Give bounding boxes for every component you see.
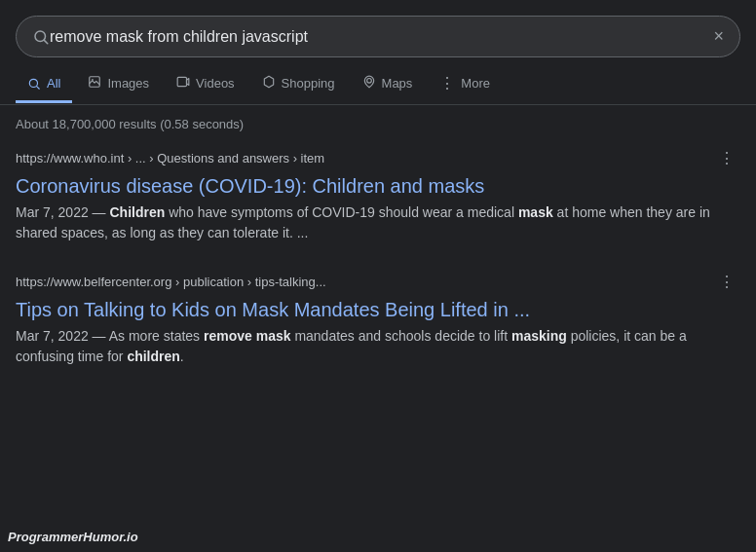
result-date: Mar 7, 2022 [16, 328, 89, 344]
search-icon [32, 28, 50, 46]
tab-shopping[interactable]: Shopping [250, 65, 347, 104]
tab-all[interactable]: All [16, 66, 72, 103]
tab-all-label: All [47, 76, 60, 91]
result-snippet-text: — Children who have symptoms of COVID-19… [16, 204, 710, 240]
tab-shopping-label: Shopping [282, 76, 335, 91]
svg-line-3 [37, 86, 40, 89]
search-bar-container: × [0, 0, 756, 57]
result-snippet: Mar 7, 2022 — Children who have symptoms… [16, 202, 740, 243]
svg-point-7 [366, 79, 371, 84]
tab-videos-label: Videos [196, 76, 235, 91]
tab-images[interactable]: Images [76, 65, 161, 104]
result-url: https://www.belfercenter.org › publicati… [16, 275, 326, 289]
search-bar: × [16, 16, 740, 57]
images-tab-icon [88, 75, 101, 92]
tab-more[interactable]: ⋮ More [428, 66, 502, 104]
results-count: About 18,700,000 results (0.58 seconds) [0, 105, 756, 139]
videos-tab-icon [176, 75, 190, 92]
result-url-row: https://www.who.int › ... › Questions an… [16, 147, 740, 169]
tab-videos[interactable]: Videos [165, 65, 246, 104]
result-title[interactable]: Coronavirus disease (COVID-19): Children… [16, 173, 740, 199]
result-menu-icon[interactable]: ⋮ [713, 147, 740, 169]
maps-tab-icon [362, 75, 376, 92]
tab-images-label: Images [107, 76, 149, 91]
search-input[interactable] [50, 28, 705, 46]
result-item: https://www.belfercenter.org › publicati… [16, 263, 740, 367]
all-tab-icon [27, 77, 41, 91]
result-snippet-text: — As more states remove mask mandates an… [16, 328, 687, 364]
tab-maps-label: Maps [382, 76, 413, 91]
result-snippet: Mar 7, 2022 — As more states remove mask… [16, 326, 740, 367]
result-url-row: https://www.belfercenter.org › publicati… [16, 271, 740, 293]
clear-icon[interactable]: × [713, 26, 724, 47]
result-date: Mar 7, 2022 [16, 204, 89, 220]
tab-more-label: More [461, 76, 490, 91]
shopping-tab-icon [262, 75, 276, 92]
svg-rect-6 [177, 77, 186, 86]
result-url: https://www.who.int › ... › Questions an… [16, 151, 324, 166]
result-item: https://www.who.int › ... › Questions an… [16, 139, 740, 243]
results-container: https://www.who.int › ... › Questions an… [0, 139, 756, 367]
result-title[interactable]: Tips on Talking to Kids on Mask Mandates… [16, 297, 740, 322]
watermark: ProgrammerHumor.io [8, 530, 138, 544]
tab-maps[interactable]: Maps [351, 65, 425, 104]
svg-line-1 [44, 40, 47, 43]
more-tab-icon: ⋮ [439, 76, 455, 92]
result-menu-icon[interactable]: ⋮ [713, 271, 740, 293]
nav-tabs: All Images Videos Shopping [0, 57, 756, 105]
